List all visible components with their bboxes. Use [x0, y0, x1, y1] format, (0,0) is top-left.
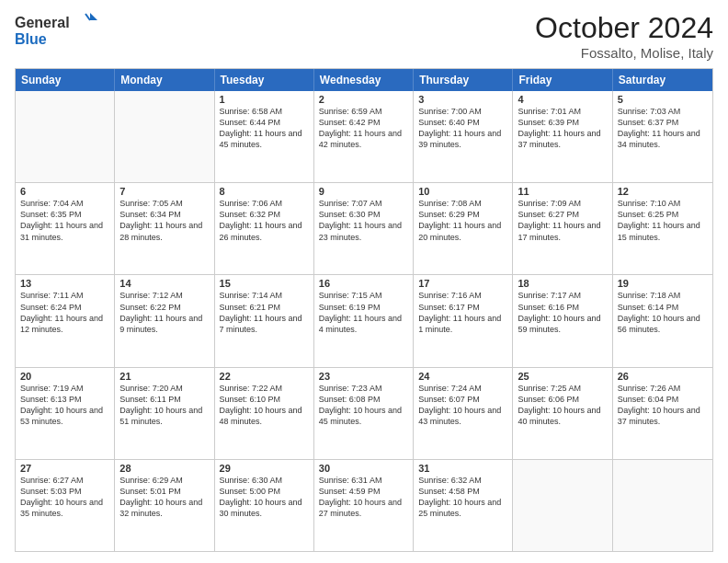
day-info: Sunrise: 7:22 AMSunset: 6:10 PMDaylight:…	[220, 383, 309, 428]
day-number: 24	[418, 371, 507, 382]
day-number: 25	[518, 371, 607, 382]
calendar-header-cell: Thursday	[414, 69, 513, 91]
calendar-cell: 4 Sunrise: 7:01 AMSunset: 6:39 PMDayligh…	[513, 91, 612, 182]
calendar-cell: 20 Sunrise: 7:19 AMSunset: 6:13 PMDaylig…	[16, 368, 115, 459]
svg-marker-2	[90, 13, 97, 20]
calendar-cell: 18 Sunrise: 7:17 AMSunset: 6:16 PMDaylig…	[513, 275, 612, 366]
calendar-cell: 11 Sunrise: 7:09 AMSunset: 6:27 PMDaylig…	[513, 183, 612, 274]
day-info: Sunrise: 7:06 AMSunset: 6:32 PMDaylight:…	[220, 198, 309, 243]
calendar-cell: 26 Sunrise: 7:26 AMSunset: 6:04 PMDaylig…	[613, 368, 712, 459]
day-info: Sunrise: 7:20 AMSunset: 6:11 PMDaylight:…	[119, 383, 209, 428]
svg-line-3	[85, 14, 90, 20]
day-number: 23	[319, 371, 408, 382]
day-number: 16	[319, 278, 408, 289]
calendar-cell: 16 Sunrise: 7:15 AMSunset: 6:19 PMDaylig…	[314, 275, 414, 366]
calendar-cell: 6 Sunrise: 7:04 AMSunset: 6:35 PMDayligh…	[16, 183, 115, 274]
day-info: Sunrise: 7:15 AMSunset: 6:19 PMDaylight:…	[319, 290, 408, 335]
calendar-header-cell: Monday	[115, 69, 214, 91]
calendar-cell: 13 Sunrise: 7:11 AMSunset: 6:24 PMDaylig…	[16, 275, 115, 366]
calendar-cell	[513, 460, 612, 551]
day-info: Sunrise: 6:32 AMSunset: 4:58 PMDaylight:…	[418, 475, 507, 520]
day-number: 6	[20, 186, 109, 197]
calendar-cell: 25 Sunrise: 7:25 AMSunset: 6:06 PMDaylig…	[513, 368, 612, 459]
day-info: Sunrise: 7:18 AMSunset: 6:14 PMDaylight:…	[618, 290, 708, 335]
calendar-cell: 8 Sunrise: 7:06 AMSunset: 6:32 PMDayligh…	[215, 183, 314, 274]
calendar-row: 20 Sunrise: 7:19 AMSunset: 6:13 PMDaylig…	[16, 367, 712, 459]
day-info: Sunrise: 6:30 AMSunset: 5:00 PMDaylight:…	[220, 475, 309, 520]
calendar-cell: 30 Sunrise: 6:31 AMSunset: 4:59 PMDaylig…	[314, 460, 414, 551]
day-info: Sunrise: 7:09 AMSunset: 6:27 PMDaylight:…	[518, 198, 607, 243]
page: General Blue October 2024 Fossalto, Moli…	[0, 0, 728, 563]
calendar-row: 6 Sunrise: 7:04 AMSunset: 6:35 PMDayligh…	[16, 182, 712, 274]
svg-text:General: General	[15, 15, 70, 30]
day-number: 4	[518, 94, 607, 105]
calendar-body: 1 Sunrise: 6:58 AMSunset: 6:44 PMDayligh…	[16, 91, 712, 551]
logo: General Blue	[15, 11, 97, 52]
day-number: 22	[220, 371, 309, 382]
calendar-cell: 10 Sunrise: 7:08 AMSunset: 6:29 PMDaylig…	[414, 183, 513, 274]
calendar-row: 13 Sunrise: 7:11 AMSunset: 6:24 PMDaylig…	[16, 274, 712, 366]
svg-text:Blue: Blue	[15, 31, 47, 47]
calendar-header-cell: Saturday	[613, 69, 712, 91]
calendar-cell: 1 Sunrise: 6:58 AMSunset: 6:44 PMDayligh…	[215, 91, 314, 182]
day-number: 31	[418, 463, 507, 474]
day-info: Sunrise: 7:12 AMSunset: 6:22 PMDaylight:…	[119, 290, 209, 335]
day-info: Sunrise: 7:03 AMSunset: 6:37 PMDaylight:…	[618, 106, 708, 151]
day-number: 29	[220, 463, 309, 474]
day-info: Sunrise: 6:59 AMSunset: 6:42 PMDaylight:…	[319, 106, 408, 151]
calendar-header-cell: Friday	[513, 69, 612, 91]
day-number: 21	[119, 371, 209, 382]
calendar-header-cell: Tuesday	[215, 69, 314, 91]
calendar-cell: 21 Sunrise: 7:20 AMSunset: 6:11 PMDaylig…	[115, 368, 214, 459]
day-info: Sunrise: 7:17 AMSunset: 6:16 PMDaylight:…	[518, 290, 607, 335]
day-number: 12	[618, 186, 708, 197]
day-info: Sunrise: 7:04 AMSunset: 6:35 PMDaylight:…	[20, 198, 109, 243]
calendar-cell: 14 Sunrise: 7:12 AMSunset: 6:22 PMDaylig…	[115, 275, 214, 366]
day-number: 20	[20, 371, 109, 382]
day-number: 2	[319, 94, 408, 105]
calendar-cell: 17 Sunrise: 7:16 AMSunset: 6:17 PMDaylig…	[414, 275, 513, 366]
calendar-cell: 24 Sunrise: 7:24 AMSunset: 6:07 PMDaylig…	[414, 368, 513, 459]
calendar-cell: 19 Sunrise: 7:18 AMSunset: 6:14 PMDaylig…	[613, 275, 712, 366]
calendar-header-cell: Sunday	[16, 69, 115, 91]
calendar-cell: 9 Sunrise: 7:07 AMSunset: 6:30 PMDayligh…	[314, 183, 414, 274]
day-info: Sunrise: 7:24 AMSunset: 6:07 PMDaylight:…	[418, 383, 507, 428]
day-number: 11	[518, 186, 607, 197]
calendar-cell	[613, 460, 712, 551]
day-number: 10	[418, 186, 507, 197]
day-info: Sunrise: 6:27 AMSunset: 5:03 PMDaylight:…	[20, 475, 109, 520]
calendar-cell: 5 Sunrise: 7:03 AMSunset: 6:37 PMDayligh…	[613, 91, 712, 182]
day-number: 7	[119, 186, 209, 197]
day-number: 3	[418, 94, 507, 105]
day-number: 15	[220, 278, 309, 289]
day-number: 19	[618, 278, 708, 289]
calendar-cell: 2 Sunrise: 6:59 AMSunset: 6:42 PMDayligh…	[314, 91, 414, 182]
day-info: Sunrise: 7:23 AMSunset: 6:08 PMDaylight:…	[319, 383, 408, 428]
day-number: 14	[119, 278, 209, 289]
calendar-cell: 23 Sunrise: 7:23 AMSunset: 6:08 PMDaylig…	[314, 368, 414, 459]
day-number: 28	[119, 463, 209, 474]
day-number: 17	[418, 278, 507, 289]
calendar-header: SundayMondayTuesdayWednesdayThursdayFrid…	[16, 69, 712, 91]
day-number: 30	[319, 463, 408, 474]
day-info: Sunrise: 7:07 AMSunset: 6:30 PMDaylight:…	[319, 198, 408, 243]
day-info: Sunrise: 7:26 AMSunset: 6:04 PMDaylight:…	[618, 383, 708, 428]
day-info: Sunrise: 7:05 AMSunset: 6:34 PMDaylight:…	[119, 198, 209, 243]
calendar-cell: 22 Sunrise: 7:22 AMSunset: 6:10 PMDaylig…	[215, 368, 314, 459]
day-info: Sunrise: 7:25 AMSunset: 6:06 PMDaylight:…	[518, 383, 607, 428]
calendar-cell: 15 Sunrise: 7:14 AMSunset: 6:21 PMDaylig…	[215, 275, 314, 366]
day-info: Sunrise: 7:10 AMSunset: 6:25 PMDaylight:…	[618, 198, 708, 243]
calendar-cell: 31 Sunrise: 6:32 AMSunset: 4:58 PMDaylig…	[414, 460, 513, 551]
logo-svg: General Blue	[15, 11, 97, 52]
day-info: Sunrise: 7:11 AMSunset: 6:24 PMDaylight:…	[20, 290, 109, 335]
calendar-cell: 3 Sunrise: 7:00 AMSunset: 6:40 PMDayligh…	[414, 91, 513, 182]
header: General Blue October 2024 Fossalto, Moli…	[15, 11, 713, 61]
day-info: Sunrise: 6:58 AMSunset: 6:44 PMDaylight:…	[220, 106, 309, 151]
day-info: Sunrise: 7:14 AMSunset: 6:21 PMDaylight:…	[220, 290, 309, 335]
day-number: 18	[518, 278, 607, 289]
day-info: Sunrise: 7:00 AMSunset: 6:40 PMDaylight:…	[418, 106, 507, 151]
location-title: Fossalto, Molise, Italy	[535, 45, 713, 61]
calendar: SundayMondayTuesdayWednesdayThursdayFrid…	[15, 68, 713, 552]
calendar-cell	[16, 91, 115, 182]
title-block: October 2024 Fossalto, Molise, Italy	[535, 11, 713, 61]
